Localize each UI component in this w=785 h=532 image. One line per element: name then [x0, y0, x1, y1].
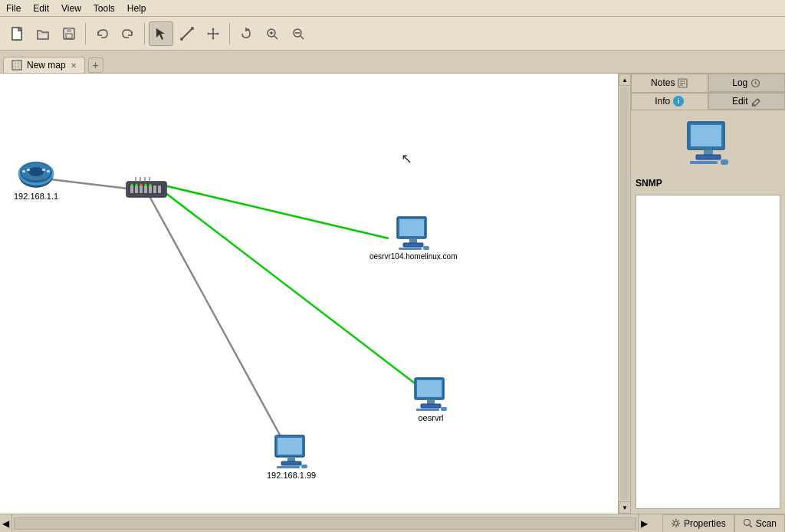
server2-label: oesrvrl: [418, 413, 443, 422]
menu-help[interactable]: Help: [121, 2, 153, 15]
statusbar: ◀ ▶ Properties Scan: [0, 514, 785, 532]
svg-rect-3: [66, 34, 72, 38]
svg-rect-2: [67, 28, 71, 32]
svg-point-41: [140, 184, 143, 186]
panel-subtabs: Info i Edit: [631, 93, 785, 110]
computer-icon-3: [272, 434, 310, 469]
tab-close-button[interactable]: ✕: [71, 61, 77, 70]
svg-rect-38: [158, 186, 161, 193]
horizontal-scrollbar[interactable]: [14, 517, 636, 530]
svg-rect-57: [421, 404, 441, 408]
toolbar-zoomin-button[interactable]: [260, 21, 284, 46]
svg-rect-16: [12, 61, 21, 70]
svg-line-18: [161, 185, 389, 238]
toolbar-zoomout-button[interactable]: [286, 21, 310, 46]
computer-icon-2: [412, 376, 450, 412]
scan-button[interactable]: Scan: [734, 514, 785, 533]
svg-rect-32: [130, 186, 133, 193]
panel-tab-notes[interactable]: Notes: [631, 74, 708, 92]
svg-point-81: [744, 520, 750, 526]
svg-line-4: [182, 28, 192, 39]
svg-rect-77: [696, 155, 721, 159]
node-switch[interactable]: [125, 176, 168, 203]
toolbar-sep-1: [85, 23, 86, 44]
toolbar-open-button[interactable]: [31, 21, 55, 46]
menu-file[interactable]: File: [0, 2, 27, 15]
toolbar-refresh-button[interactable]: [234, 21, 258, 46]
toolbar-move-button[interactable]: [201, 21, 225, 46]
svg-line-14: [301, 36, 304, 39]
log-icon: [751, 78, 760, 88]
edit-pencil-icon: [751, 97, 761, 107]
svg-point-25: [28, 167, 44, 176]
device-preview-area: [636, 115, 780, 172]
menu-edit[interactable]: Edit: [27, 2, 55, 15]
svg-rect-78: [690, 161, 718, 164]
svg-rect-27: [27, 169, 30, 171]
server3-label: 192.168.1.99: [267, 471, 316, 480]
svg-rect-35: [144, 186, 147, 193]
node-server1[interactable]: oesrvr104.homelinux.com: [370, 215, 458, 261]
svg-rect-26: [22, 170, 25, 172]
svg-rect-29: [47, 170, 50, 172]
hscroll-left-button[interactable]: ◀: [0, 514, 12, 533]
toolbar-select-button[interactable]: [149, 21, 173, 46]
menu-view[interactable]: View: [55, 2, 87, 15]
svg-rect-52: [399, 248, 422, 250]
network-canvas[interactable]: ↖ 192.168.1.1: [0, 74, 618, 514]
panel-tab-log[interactable]: Log: [708, 74, 786, 92]
svg-rect-76: [704, 149, 713, 155]
snmp-label: SNMP: [636, 176, 780, 190]
svg-rect-53: [423, 246, 429, 250]
map-icon: [11, 60, 22, 71]
router-icon: [16, 158, 56, 190]
node-server3[interactable]: 192.168.1.99: [267, 434, 316, 480]
svg-rect-51: [403, 243, 423, 247]
toolbar-save-button[interactable]: [57, 21, 81, 46]
svg-rect-36: [149, 186, 152, 193]
scroll-down-button[interactable]: ▼: [619, 501, 630, 514]
svg-rect-64: [277, 466, 300, 468]
tab-add-button[interactable]: +: [88, 57, 103, 73]
node-router[interactable]: 192.168.1.1: [14, 158, 58, 201]
right-panel: Notes Log Info i Edit: [630, 74, 785, 514]
svg-point-39: [131, 184, 133, 186]
svg-rect-49: [399, 219, 424, 236]
main-content: ↖ 192.168.1.1: [0, 74, 785, 514]
svg-rect-58: [416, 409, 439, 411]
info-label: Info: [655, 96, 670, 107]
toolbar-draw-button[interactable]: [175, 21, 199, 46]
gear-icon: [671, 518, 681, 528]
panel-subtab-info[interactable]: Info i: [631, 93, 708, 110]
notes-label: Notes: [651, 77, 675, 88]
svg-rect-65: [301, 465, 307, 468]
svg-line-10: [274, 36, 278, 39]
notes-icon: [678, 78, 688, 88]
canvas-scrollbar-vertical[interactable]: ▲ ▼: [618, 74, 630, 514]
menubar: File Edit View Tools Help: [0, 0, 785, 17]
node-server2[interactable]: oesrvrl: [412, 376, 450, 422]
svg-rect-79: [721, 159, 728, 165]
computer-icon-1: [394, 215, 432, 251]
properties-button[interactable]: Properties: [662, 514, 734, 533]
router-label: 192.168.1.1: [14, 192, 58, 201]
svg-line-71: [757, 99, 760, 101]
svg-rect-28: [42, 169, 45, 171]
panel-subtab-edit[interactable]: Edit: [708, 93, 786, 110]
log-label: Log: [732, 77, 747, 88]
tab-new-map[interactable]: New map ✕: [3, 57, 85, 73]
scroll-track-vertical[interactable]: [620, 87, 629, 500]
svg-point-6: [191, 27, 194, 30]
svg-rect-37: [153, 186, 156, 193]
tabbar: New map ✕ +: [0, 51, 785, 74]
toolbar-undo-button[interactable]: [90, 21, 114, 46]
toolbar-new-button[interactable]: [5, 21, 29, 46]
snmp-content-box: [636, 195, 780, 509]
svg-point-80: [674, 521, 678, 525]
hscroll-right-button[interactable]: ▶: [638, 514, 650, 533]
svg-rect-33: [135, 186, 138, 193]
properties-label: Properties: [684, 518, 726, 529]
toolbar-redo-button[interactable]: [116, 21, 140, 46]
scroll-up-button[interactable]: ▲: [619, 74, 630, 86]
menu-tools[interactable]: Tools: [87, 2, 121, 15]
